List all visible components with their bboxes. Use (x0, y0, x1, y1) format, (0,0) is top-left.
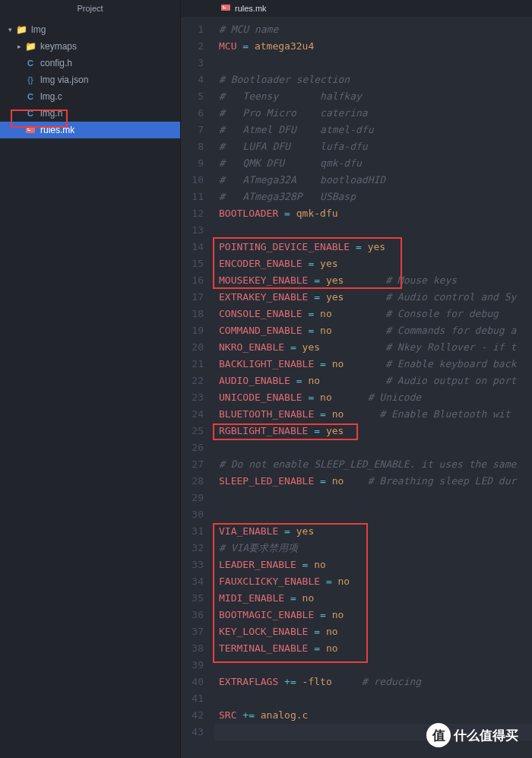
code-line[interactable]: # ATmega32A bootloadHID (214, 172, 532, 189)
code-token: no (326, 626, 338, 637)
code-token: = (302, 392, 320, 403)
code-token: # MCU name (219, 24, 278, 35)
code-line[interactable]: SLEEP_LED_ENABLE = no # Breathing sleep … (214, 473, 532, 490)
code-line[interactable]: EXTRAFLAGS += -flto # reducing (214, 674, 532, 690)
tree-item-config-h[interactable]: Cconfig.h (0, 55, 180, 71)
code-token: # Unicode (332, 392, 421, 403)
code-line[interactable]: FAUXCLICKY_ENABLE = no (214, 573, 532, 590)
code-line[interactable]: # Atmel DFU atmel-dfu (214, 122, 532, 138)
code-token: # Teensy halfkay (219, 90, 362, 102)
code-line[interactable]: MIDI_ENABLE = no (214, 590, 532, 607)
code-token: MCU (219, 40, 236, 52)
code-line[interactable]: POINTING_DEVICE_ENABLE = yes (214, 239, 532, 255)
code-line[interactable]: BACKLIGHT_ENABLE = no # Enable keyboard … (214, 356, 532, 373)
code-area[interactable]: 1234567891011121314151617181920212223242… (181, 17, 532, 758)
code-token: # reducing (332, 676, 421, 687)
code-token: BOOTMAGIC_ENABLE (219, 609, 314, 620)
code-token: NKRO_ENABLE (219, 341, 284, 353)
tree-item-lmg-via-json[interactable]: {}lmg via.json (0, 71, 180, 88)
code-line[interactable]: COMMAND_ENABLE = no # Commands for debug… (214, 322, 532, 339)
svg-rect-2 (27, 130, 30, 131)
svg-rect-1 (27, 128, 29, 129)
line-number: 31 (181, 523, 204, 540)
line-number: 18 (181, 306, 204, 322)
tree-root-folder[interactable]: ▾ 📁 lmg (0, 21, 180, 38)
code-line[interactable] (214, 657, 532, 674)
line-number: 26 (181, 439, 204, 456)
tree-item-lmg-c[interactable]: Clmg.c (0, 88, 180, 105)
code-token: SLEEP_LED_ENABLE (219, 475, 314, 487)
code-token: yes (320, 258, 337, 269)
code-line[interactable] (214, 222, 532, 239)
code-token: = (296, 559, 314, 570)
code-token: # Do not enable SLEEP_LED_ENABLE. it use… (219, 458, 516, 470)
code-token: # Mouse keys (344, 274, 457, 286)
code-line[interactable]: RGBLIGHT_ENABLE = yes (214, 423, 532, 439)
code-line[interactable]: MOUSEKEY_ENABLE = yes # Mouse keys (214, 272, 532, 289)
code-line[interactable]: EXTRAKEY_ENABLE = yes # Audio control an… (214, 289, 532, 306)
line-number: 1 (181, 21, 204, 38)
code-token: = (314, 475, 331, 487)
code-line[interactable] (214, 506, 532, 523)
line-number: 27 (181, 456, 204, 473)
tree-item-keymaps[interactable]: ▸📁keymaps (0, 38, 180, 55)
code-line[interactable]: # MCU name (214, 21, 532, 38)
tree-item-rules-mk[interactable]: rules.mk (0, 122, 180, 138)
editor-pane: rules.mk 1234567891011121314151617181920… (181, 0, 532, 758)
code-line[interactable]: SRC += analog.c (214, 707, 532, 724)
line-number: 37 (181, 623, 204, 640)
line-number: 32 (181, 540, 204, 557)
code-line[interactable]: UNICODE_ENABLE = no # Unicode (214, 389, 532, 406)
tree-item-lmg-h[interactable]: Clmg.h (0, 105, 180, 122)
line-number: 29 (181, 490, 204, 506)
code-line[interactable]: # Do not enable SLEEP_LED_ENABLE. it use… (214, 456, 532, 473)
code-token: CONSOLE_ENABLE (219, 308, 302, 319)
code-token: # Console for debug (332, 308, 499, 319)
line-number: 39 (181, 657, 204, 674)
code-token: = (290, 375, 308, 386)
code-line[interactable]: AUDIO_ENABLE = no # Audio output on port (214, 373, 532, 389)
code-line[interactable]: # Pro Micro caterina (214, 105, 532, 122)
code-token: # Breathing sleep LED dur (344, 475, 516, 487)
line-number: 40 (181, 674, 204, 690)
code-line[interactable]: TERMINAL_ENABLE = no (214, 640, 532, 657)
file-tree: ▾ 📁 lmg ▸📁keymapsCconfig.h{}lmg via.json… (0, 17, 180, 138)
code-line[interactable]: # VIA要求禁用项 (214, 540, 532, 557)
code-token: no (314, 559, 326, 570)
code-line[interactable]: ENCODER_ENABLE = yes (214, 255, 532, 272)
code-line[interactable]: MCU = atmega32u4 (214, 38, 532, 55)
code-token: TERMINAL_ENABLE (219, 642, 308, 654)
code-token: no (332, 358, 344, 369)
code-line[interactable]: BLUETOOTH_ENABLE = no # Enable Bluetooth… (214, 406, 532, 423)
code-token: += (236, 709, 260, 721)
code-line[interactable]: # LUFA DFU lufa-dfu (214, 138, 532, 155)
tab-rules-mk[interactable]: rules.mk (211, 0, 276, 17)
code-token: BACKLIGHT_ENABLE (219, 358, 314, 369)
code-token: no (320, 325, 332, 336)
code-token: = (308, 626, 325, 637)
code-line[interactable] (214, 690, 532, 707)
line-number: 12 (181, 205, 204, 222)
code-line[interactable] (214, 439, 532, 456)
code-line[interactable]: BOOTLOADER = qmk-dfu (214, 205, 532, 222)
line-number: 9 (181, 155, 204, 172)
code-line[interactable]: # Bootloader selection (214, 71, 532, 88)
code-line[interactable] (214, 55, 532, 71)
code-line[interactable]: # ATmega328P USBasp (214, 189, 532, 205)
code-content[interactable]: # MCU nameMCU = atmega32u4# Bootloader s… (214, 17, 532, 758)
code-line[interactable] (214, 490, 532, 506)
code-line[interactable]: VIA_ENABLE = yes (214, 523, 532, 540)
code-line[interactable]: # Teensy halfkay (214, 88, 532, 105)
code-line[interactable]: CONSOLE_ENABLE = no # Console for debug (214, 306, 532, 322)
code-line[interactable]: KEY_LOCK_ENABLE = no (214, 623, 532, 640)
code-line[interactable]: # QMK DFU qmk-dfu (214, 155, 532, 172)
code-token: MIDI_ENABLE (219, 592, 284, 604)
code-token: VIA_ENABLE (219, 525, 278, 537)
tab-bar: rules.mk (181, 0, 532, 17)
code-token: AUDIO_ENABLE (219, 375, 290, 386)
code-line[interactable]: NKRO_ENABLE = yes # Nkey Rollover - if t (214, 339, 532, 356)
code-token: yes (302, 341, 320, 353)
code-line[interactable]: BOOTMAGIC_ENABLE = no (214, 607, 532, 623)
code-token: ENCODER_ENABLE (219, 258, 302, 269)
code-line[interactable]: LEADER_ENABLE = no (214, 557, 532, 573)
